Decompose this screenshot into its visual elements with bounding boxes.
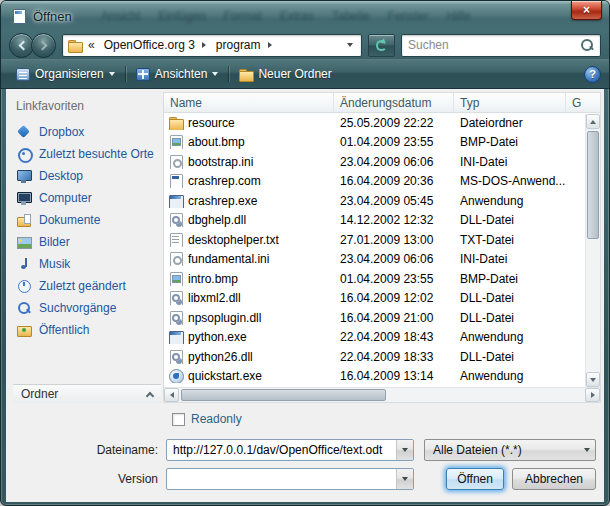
sidebar-item[interactable]: Dokumente — [13, 209, 161, 231]
file-row[interactable]: desktophelper.txt 27.01.2009 13:00 TXT-D… — [164, 230, 585, 250]
breadcrumb-item[interactable]: program — [211, 38, 277, 52]
sidebar-item[interactable]: Zuletzt geändert — [13, 275, 161, 297]
file-row[interactable]: crashrep.exe 23.04.2009 05:45 Anwendung — [164, 191, 585, 211]
horizontal-scrollbar[interactable] — [164, 387, 600, 402]
cancel-button[interactable]: Abbrechen — [512, 468, 596, 490]
sidebar-item[interactable]: Dropbox — [13, 121, 161, 143]
version-combobox[interactable] — [166, 468, 414, 490]
address-dropdown-button[interactable] — [342, 35, 358, 56]
folders-expander[interactable]: Ordner — [13, 384, 161, 403]
vertical-scrollbar[interactable] — [585, 114, 600, 387]
chevron-down-icon — [402, 477, 408, 481]
breadcrumb-collapse[interactable]: « — [84, 38, 99, 52]
file-name: resource — [188, 116, 235, 130]
column-header-type[interactable]: Typ — [454, 93, 566, 112]
filename-label: Dateiname: — [6, 443, 166, 457]
favorites-header: Linkfavoriten — [13, 94, 161, 121]
breadcrumb-separator-icon[interactable] — [268, 42, 272, 48]
horizontal-scroll-thumb[interactable] — [181, 389, 386, 401]
address-bar[interactable]: « OpenOffice.org 3 program — [62, 34, 362, 57]
sidebar-item[interactable]: Öffentlich — [13, 319, 161, 341]
filetype-combobox[interactable]: Alle Dateien (*.*) — [424, 439, 596, 461]
file-date: 22.04.2009 18:33 — [334, 350, 454, 364]
organize-icon — [16, 68, 30, 81]
file-type: Anwendung — [454, 369, 566, 383]
vertical-scroll-thumb[interactable] — [587, 131, 599, 239]
version-dropdown-button[interactable] — [396, 469, 413, 489]
file-date: 23.04.2009 06:06 — [334, 155, 454, 169]
titlebar[interactable]: Öffnen AnsichtEinfügenFormatExtrasTabell… — [1, 1, 609, 31]
search-icon[interactable] — [580, 38, 594, 52]
file-type: INI-Datei — [454, 155, 566, 169]
file-row[interactable]: dbghelp.dll 14.12.2002 12:32 DLL-Datei — [164, 211, 585, 231]
file-type: Anwendung — [454, 194, 566, 208]
version-label: Version — [6, 472, 166, 486]
file-row[interactable]: python.exe 22.04.2009 18:43 Anwendung — [164, 328, 585, 348]
readonly-checkbox[interactable] — [172, 413, 185, 426]
chevron-down-icon — [402, 448, 408, 452]
search-box[interactable] — [401, 34, 601, 57]
new-folder-label: Neuer Ordner — [258, 67, 331, 81]
sidebar-item[interactable]: Zuletzt besuchte Orte — [13, 143, 161, 165]
file-date: 16.04.2009 21:00 — [334, 311, 454, 325]
scroll-left-button[interactable] — [164, 388, 179, 402]
search-input[interactable] — [408, 38, 580, 52]
help-icon: ? — [589, 68, 596, 80]
open-button[interactable]: Öffnen — [446, 468, 504, 490]
file-date: 22.04.2009 18:43 — [334, 330, 454, 344]
file-date: 16.04.2009 20:36 — [334, 174, 454, 188]
close-button[interactable]: × — [571, 1, 602, 20]
filename-combobox[interactable] — [166, 439, 414, 461]
scroll-down-button[interactable] — [586, 372, 600, 387]
file-type: BMP-Datei — [454, 135, 566, 149]
breadcrumb-separator-icon[interactable] — [202, 42, 206, 48]
help-button[interactable]: ? — [584, 66, 601, 83]
scroll-right-button[interactable] — [585, 388, 600, 402]
sidebar-item[interactable]: Musik — [13, 253, 161, 275]
ghost-menu-item: Hilfe — [446, 9, 470, 23]
sidebar-item[interactable]: Desktop — [13, 165, 161, 187]
file-date: 23.04.2009 05:45 — [334, 194, 454, 208]
arrow-down-icon — [590, 378, 596, 382]
file-row[interactable]: fundamental.ini 23.04.2009 06:06 INI-Dat… — [164, 250, 585, 270]
file-date: 27.01.2009 13:00 — [334, 233, 454, 247]
file-row[interactable]: npsoplugin.dll 16.04.2009 21:00 DLL-Date… — [164, 308, 585, 328]
sidebar-item-label: Zuletzt besuchte Orte — [39, 147, 154, 161]
organize-button[interactable]: Organisieren — [9, 64, 122, 84]
file-row[interactable]: bootstrap.ini 23.04.2009 06:06 INI-Datei — [164, 152, 585, 172]
filename-dropdown-button[interactable] — [396, 440, 413, 460]
views-button[interactable]: Ansichten — [129, 64, 226, 84]
column-header-size[interactable]: G — [566, 93, 600, 112]
sidebar-item[interactable]: Suchvorgänge — [13, 297, 161, 319]
file-row[interactable]: libxml2.dll 16.04.2009 12:02 DLL-Datei — [164, 289, 585, 309]
sidebar-item[interactable]: Bilder — [13, 231, 161, 253]
file-row[interactable]: python26.dll 22.04.2009 18:33 DLL-Datei — [164, 347, 585, 367]
arrow-up-icon — [590, 120, 596, 124]
ghost-menu-item: Tabelle — [332, 9, 370, 23]
file-row[interactable]: intro.bmp 01.04.2009 23:55 BMP-Datei — [164, 269, 585, 289]
version-input[interactable] — [167, 469, 396, 489]
file-type: Anwendung — [454, 330, 566, 344]
filename-input[interactable] — [167, 440, 396, 460]
forward-button[interactable] — [31, 33, 56, 58]
ghost-menu-item: Ansicht — [101, 9, 140, 23]
nav-buttons — [9, 33, 56, 58]
arrow-left-icon — [170, 392, 174, 398]
sidebar-item[interactable]: Computer — [13, 187, 161, 209]
file-row[interactable]: resource 25.05.2009 22:22 Dateiordner — [164, 113, 585, 133]
file-row[interactable]: quickstart.exe 16.04.2009 13:14 Anwendun… — [164, 367, 585, 387]
column-header-date[interactable]: Änderungsdatum — [334, 93, 454, 112]
sidebar-item-icon — [16, 125, 32, 139]
file-icon — [168, 330, 183, 344]
file-row[interactable]: about.bmp 01.04.2009 23:55 BMP-Datei — [164, 133, 585, 153]
breadcrumb-item[interactable]: OpenOffice.org 3 — [99, 38, 211, 52]
ghost-menu-item: Einfügen — [158, 9, 205, 23]
window-title: Öffnen — [33, 9, 72, 24]
refresh-button[interactable] — [368, 34, 395, 57]
column-header-name[interactable]: Name — [164, 93, 334, 112]
file-row[interactable]: crashrep.com 16.04.2009 20:36 MS-DOS-Anw… — [164, 172, 585, 192]
filetype-dropdown-button[interactable] — [578, 440, 595, 460]
new-folder-button[interactable]: Neuer Ordner — [232, 64, 338, 84]
chevron-down-icon — [347, 43, 353, 47]
scroll-up-button[interactable] — [586, 114, 600, 129]
